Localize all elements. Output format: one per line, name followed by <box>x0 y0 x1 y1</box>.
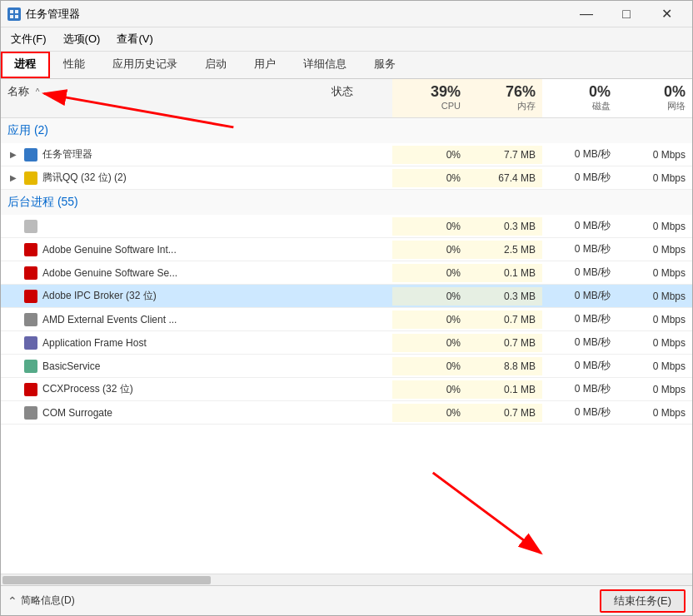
status-cell <box>292 175 392 181</box>
disk-cell: 0 MB/秒 <box>542 402 617 423</box>
expand-icon[interactable]: ▶ <box>7 172 19 184</box>
disk-cell: 0 MB/秒 <box>542 262 617 283</box>
status-cell <box>292 270 392 276</box>
cpu-cell: 0% <box>392 146 467 164</box>
sort-indicator: ^ <box>36 87 40 97</box>
table-row[interactable]: ▶ Adobe Genuine Software Se... 0% 0.1 MB… <box>1 261 692 285</box>
status-bar: ⌃ 简略信息(D) 结束任务(E) <box>1 585 692 615</box>
table-row[interactable]: ▶ 任务管理器 0% 7.7 MB 0 MB/秒 0 Mbps <box>1 143 692 166</box>
tab-users[interactable]: 用户 <box>241 52 290 78</box>
tab-services[interactable]: 服务 <box>361 52 410 78</box>
process-icon <box>24 220 37 233</box>
process-icon <box>24 360 37 373</box>
mem-cell: 0.3 MB <box>467 287 542 306</box>
close-button[interactable]: ✕ <box>647 1 686 27</box>
horizontal-scrollbar[interactable] <box>1 574 692 585</box>
menu-file[interactable]: 文件(F) <box>4 29 53 49</box>
status-cell <box>292 386 392 393</box>
disk-cell: 0 MB/秒 <box>542 239 617 260</box>
disk-cell: 0 MB/秒 <box>542 144 617 165</box>
process-name: Adobe Genuine Software Int... <box>42 244 177 256</box>
tab-process[interactable]: 进程 <box>1 52 50 78</box>
table-row[interactable]: ▶ Adobe IPC Broker (32 位) 0% 0.3 MB 0 MB… <box>1 285 692 308</box>
mem-cell: 8.8 MB <box>467 357 542 375</box>
status-cell <box>292 410 392 416</box>
disk-cell: 0 MB/秒 <box>542 355 617 376</box>
summary-label[interactable]: 简略信息(D) <box>21 594 75 608</box>
process-name: Adobe Genuine Software Se... <box>42 267 177 279</box>
process-name-cell: ▶ CCXProcess (32 位) <box>1 379 292 400</box>
process-name: 腾讯QQ (32 位) (2) <box>42 171 127 185</box>
net-cell: 0 Mbps <box>617 334 692 352</box>
process-name-cell: ▶ BasicService <box>1 356 292 376</box>
net-cell: 0 Mbps <box>617 217 692 236</box>
process-name-cell: ▶ <box>1 216 292 236</box>
main-area: 名称 ^ 状态 39% CPU 76% 内存 0% 磁盘 0% 网络 <box>1 79 692 585</box>
col-name[interactable]: 名称 ^ <box>1 79 292 117</box>
tab-performance[interactable]: 性能 <box>50 52 99 78</box>
tab-startup[interactable]: 启动 <box>192 52 241 78</box>
process-name-cell: ▶ AMD External Events Client ... <box>1 310 292 330</box>
table-row[interactable]: ▶ Application Frame Host 0% 0.7 MB 0 MB/… <box>1 331 692 355</box>
process-name-cell: ▶ Adobe Genuine Software Se... <box>1 263 292 283</box>
status-cell <box>292 293 392 300</box>
status-left: ⌃ 简略信息(D) <box>7 594 75 608</box>
cpu-cell: 0% <box>392 310 467 329</box>
menu-options[interactable]: 选项(O) <box>57 29 107 49</box>
table-row[interactable]: ▶ CCXProcess (32 位) 0% 0.1 MB 0 MB/秒 0 M… <box>1 378 692 401</box>
status-cell <box>292 316 392 323</box>
maximize-button[interactable]: □ <box>607 1 646 27</box>
table-row[interactable]: ▶ Adobe Genuine Software Int... 0% 2.5 M… <box>1 238 692 261</box>
process-icon <box>24 313 37 326</box>
net-cell: 0 Mbps <box>617 264 692 282</box>
end-task-button[interactable]: 结束任务(E) <box>600 589 686 613</box>
h-scroll-thumb[interactable] <box>2 576 211 584</box>
table-row[interactable]: ▶ 0% 0.3 MB 0 MB/秒 0 Mbps <box>1 215 692 238</box>
mem-cell: 67.4 MB <box>467 169 542 187</box>
process-icon <box>24 406 37 420</box>
net-cell: 0 Mbps <box>617 357 692 375</box>
mem-cell: 0.7 MB <box>467 334 542 352</box>
process-table-scroll[interactable]: 应用 (2) ▶ 任务管理器 0% 7.7 MB 0 MB/秒 0 Mbps <box>1 118 692 574</box>
col-status[interactable]: 状态 <box>292 79 392 117</box>
cpu-cell: 0% <box>392 334 467 352</box>
process-name-cell: ▶ Adobe IPC Broker (32 位) <box>1 286 292 306</box>
col-disk[interactable]: 0% 磁盘 <box>542 79 617 117</box>
menu-view[interactable]: 查看(V) <box>110 29 159 49</box>
process-icon <box>24 336 37 350</box>
table-row[interactable]: ▶ AMD External Events Client ... 0% 0.7 … <box>1 308 692 331</box>
process-name: COM Surrogate <box>42 407 112 419</box>
process-name-cell: ▶ Application Frame Host <box>1 333 292 353</box>
mem-cell: 0.7 MB <box>467 404 542 422</box>
expand-icon[interactable]: ▶ <box>7 149 19 161</box>
table-row[interactable]: ▶ 腾讯QQ (32 位) (2) 0% 67.4 MB 0 MB/秒 0 Mb… <box>1 166 692 190</box>
process-name: Adobe IPC Broker (32 位) <box>42 289 157 303</box>
col-net[interactable]: 0% 网络 <box>617 79 692 117</box>
tab-details[interactable]: 详细信息 <box>290 52 361 78</box>
col-cpu[interactable]: 39% CPU <box>392 79 467 117</box>
status-cell <box>292 246 392 253</box>
process-icon <box>24 290 37 303</box>
table-row[interactable]: ▶ COM Surrogate 0% 0.7 MB 0 MB/秒 0 Mbps <box>1 401 692 425</box>
process-name-cell: ▶ 任务管理器 <box>1 144 292 165</box>
mem-cell: 2.5 MB <box>467 241 542 259</box>
section-apps-header: 应用 (2) <box>1 118 692 143</box>
process-name-cell: ▶ 腾讯QQ (32 位) (2) <box>1 167 292 188</box>
cpu-cell: 0% <box>392 287 467 306</box>
net-cell: 0 Mbps <box>617 169 692 187</box>
table-row[interactable]: ▶ BasicService 0% 8.8 MB 0 MB/秒 0 Mbps <box>1 355 692 378</box>
process-name: AMD External Events Client ... <box>42 314 177 325</box>
disk-cell: 0 MB/秒 <box>542 167 617 188</box>
tab-history[interactable]: 应用历史记录 <box>99 52 192 78</box>
svg-rect-1 <box>15 10 18 13</box>
net-cell: 0 Mbps <box>617 146 692 164</box>
process-name-cell: ▶ COM Surrogate <box>1 403 292 423</box>
cpu-cell: 0% <box>392 217 467 236</box>
cpu-cell: 0% <box>392 169 467 187</box>
disk-cell: 0 MB/秒 <box>542 309 617 330</box>
minimize-button[interactable]: — <box>567 1 606 27</box>
col-mem[interactable]: 76% 内存 <box>467 79 542 117</box>
cpu-cell: 0% <box>392 241 467 259</box>
net-cell: 0 Mbps <box>617 380 692 399</box>
disk-cell: 0 MB/秒 <box>542 286 617 306</box>
